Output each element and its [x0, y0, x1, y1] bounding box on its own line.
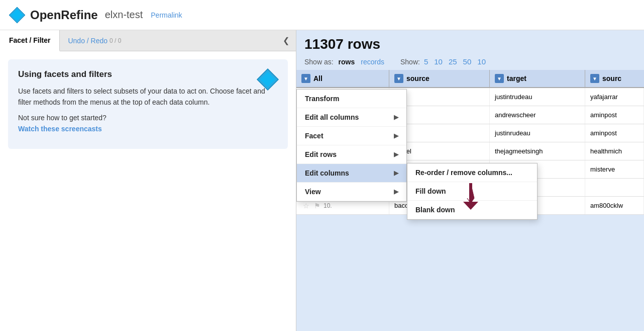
show-rows-label: rows	[339, 58, 355, 66]
col-source-dropdown-btn[interactable]: ▼	[394, 74, 403, 83]
show-records-link[interactable]: records	[361, 58, 384, 66]
svg-marker-1	[11, 9, 23, 21]
screencasts-link[interactable]: Watch these screencasts	[18, 125, 102, 133]
collapse-button[interactable]: ❮	[280, 35, 292, 47]
app-logo-icon	[8, 6, 26, 24]
submenu-arrow-view: ▶	[394, 188, 398, 195]
star-icon[interactable]: ☆	[301, 201, 310, 210]
col-target-header: ▼ target	[490, 70, 585, 87]
cell-source2-7: am800cklw	[585, 197, 644, 214]
show-50[interactable]: 50	[463, 57, 472, 66]
show-5[interactable]: 5	[424, 57, 428, 66]
submenu-arrow-edit-columns: ▶	[394, 170, 398, 177]
cell-source2-5: misterve	[585, 160, 644, 178]
col-all-dropdown-btn[interactable]: ▼	[301, 74, 310, 83]
undo-counter: 0 / 0	[110, 37, 121, 44]
submenu-arrow-edit-all: ▶	[394, 114, 398, 121]
tabs-bar: Facet / Filter Undo / Redo 0 / 0 ❮	[0, 30, 296, 51]
table-area: ▼ All Transform Edit all columns ▶	[296, 70, 644, 331]
menu-transform[interactable]: Transform	[297, 90, 406, 108]
project-name: elxn-test	[105, 9, 143, 21]
show-as-label: Show as:	[304, 58, 334, 66]
show-label: Show:	[400, 58, 420, 66]
table-header: ▼ All Transform Edit all columns ▶	[296, 70, 644, 88]
col-source2-dropdown-btn[interactable]: ▼	[590, 74, 599, 83]
menu-edit-columns[interactable]: Edit columns ▶	[297, 164, 406, 183]
menu-facet[interactable]: Facet ▶	[297, 127, 406, 145]
cell-source2-6	[585, 179, 644, 196]
app-name: OpenRefine	[30, 8, 98, 22]
col-source-header: ▼ source	[389, 70, 490, 87]
submenu-arrow-edit-rows: ▶	[394, 151, 398, 158]
show-25[interactable]: 25	[449, 57, 457, 66]
col-target-dropdown-btn[interactable]: ▼	[495, 74, 504, 83]
right-panel: 11307 rows Show as: rows records Show: 5…	[296, 30, 644, 331]
show-100[interactable]: 10	[477, 57, 486, 66]
cell-target-3: justinrudeau	[490, 124, 585, 142]
show-10[interactable]: 10	[434, 57, 443, 66]
cell-source2-3: aminpost	[585, 124, 644, 142]
submenu-arrow-facet: ▶	[394, 132, 398, 139]
info-box-title: Using facets and filters	[18, 69, 278, 79]
cell-source2-2: aminpost	[585, 106, 644, 124]
col-all-label: All	[313, 74, 323, 82]
submenu-blank-down[interactable]: Blank down	[407, 201, 537, 219]
info-box-text2: Not sure how to get started? Watch these…	[18, 112, 278, 135]
col-all-header: ▼ All Transform Edit all columns ▶	[296, 70, 389, 87]
cell-target-2: andrewscheer	[490, 106, 585, 124]
flag-icon[interactable]: ⚑	[312, 201, 321, 210]
submenu-fill-down[interactable]: Fill down	[407, 182, 537, 201]
cell-source2-1: yafajarrar	[585, 88, 644, 106]
left-content: Using facets and filters Use facets and …	[0, 51, 296, 331]
main-layout: Facet / Filter Undo / Redo 0 / 0 ❮ Using…	[0, 30, 644, 331]
all-column-dropdown-menu: Transform Edit all columns ▶ Facet ▶ Edi…	[296, 89, 407, 202]
cell-source2-4: healthmich	[585, 142, 644, 160]
show-bar: Show as: rows records Show: 5 10 25 50 1…	[296, 55, 644, 70]
left-panel: Facet / Filter Undo / Redo 0 / 0 ❮ Using…	[0, 30, 296, 331]
info-box-text1: Use facets and filters to select subsets…	[18, 86, 278, 108]
permalink-link[interactable]: Permalink	[151, 11, 182, 19]
cell-target-1: justintrudeau	[490, 88, 585, 106]
menu-edit-rows[interactable]: Edit rows ▶	[297, 145, 406, 164]
app-header: OpenRefine elxn-test Permalink	[0, 0, 644, 30]
cell-target-4: thejagmeetsingh	[490, 142, 585, 160]
info-box: Using facets and filters Use facets and …	[8, 59, 288, 149]
submenu-reorder[interactable]: Re-order / remove columns...	[407, 163, 537, 182]
col-source-label: source	[406, 74, 430, 82]
edit-columns-submenu: Re-order / remove columns... Fill down B…	[407, 163, 538, 220]
logo-area: OpenRefine elxn-test	[8, 6, 143, 24]
tab-facet-filter[interactable]: Facet / Filter	[0, 30, 60, 51]
menu-view[interactable]: View ▶	[297, 183, 406, 201]
rows-count: 11307 rows	[296, 30, 644, 55]
menu-edit-all-columns[interactable]: Edit all columns ▶	[297, 108, 406, 127]
col-target-label: target	[507, 74, 526, 82]
col-source2-label: sourc	[602, 74, 621, 82]
info-box-diamond-icon	[256, 67, 280, 93]
tab-undo-redo[interactable]: Undo / Redo 0 / 0	[60, 30, 129, 51]
col-source2-header: ▼ sourc	[585, 70, 644, 87]
